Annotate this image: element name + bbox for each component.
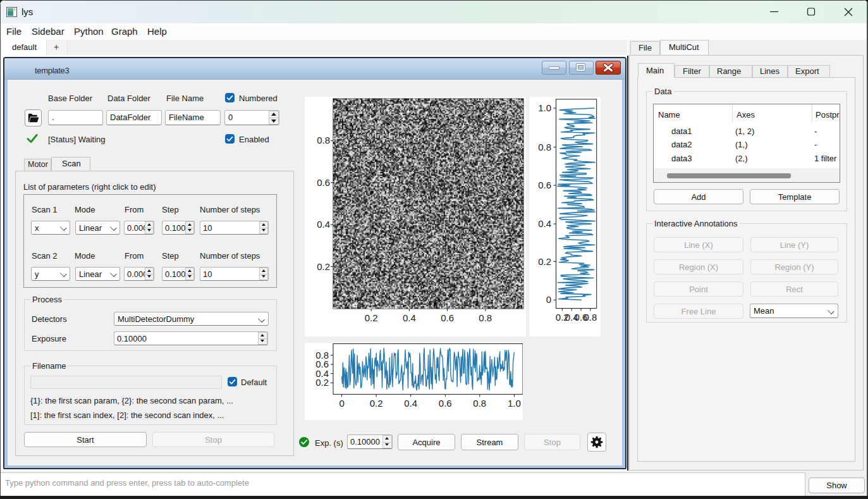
svg-text:0.8: 0.8 <box>473 398 486 409</box>
svg-text:1.0: 1.0 <box>538 102 551 113</box>
svg-text:0.8: 0.8 <box>538 142 551 152</box>
svg-text:0.6: 0.6 <box>439 398 452 409</box>
svg-text:0.6: 0.6 <box>441 312 454 323</box>
svg-text:0: 0 <box>546 294 551 305</box>
svg-text:0.2: 0.2 <box>315 377 329 388</box>
svg-text:0.8: 0.8 <box>584 312 597 323</box>
svg-text:0.6: 0.6 <box>317 177 330 188</box>
svg-text:0.2: 0.2 <box>317 261 330 272</box>
svg-text:0: 0 <box>339 398 344 409</box>
svg-text:0.4: 0.4 <box>403 312 416 323</box>
svg-text:0.2: 0.2 <box>538 256 551 267</box>
svg-text:0.4: 0.4 <box>317 219 330 230</box>
svg-text:0.2: 0.2 <box>370 398 383 409</box>
svg-text:0.8: 0.8 <box>479 312 492 323</box>
svg-text:0.4: 0.4 <box>404 398 417 409</box>
svg-text:0.4: 0.4 <box>538 218 551 229</box>
svg-text:0.2: 0.2 <box>365 312 378 323</box>
svg-text:1.0: 1.0 <box>508 398 521 409</box>
svg-text:0.6: 0.6 <box>538 180 551 190</box>
svg-text:0.8: 0.8 <box>317 135 330 145</box>
